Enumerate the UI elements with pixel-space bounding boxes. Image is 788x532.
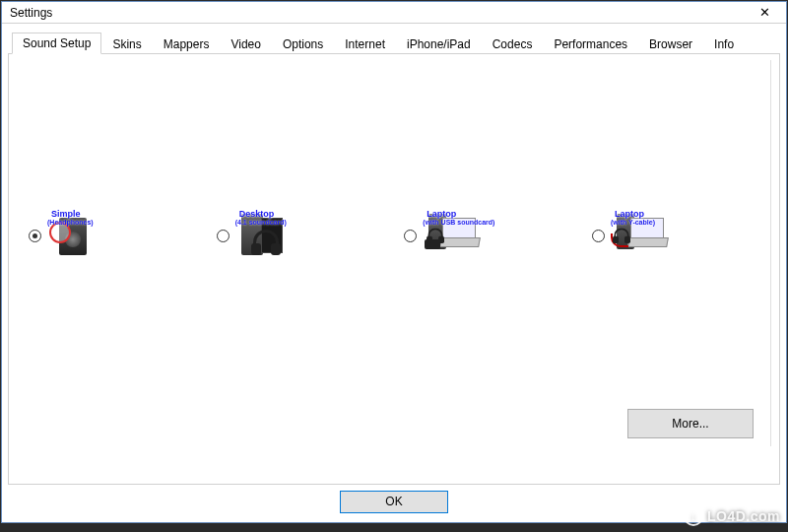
settings-window: Settings ✕ Sound Setup Skins Mappers Vid…	[1, 1, 787, 523]
tab-mappers[interactable]: Mappers	[153, 33, 221, 54]
window-title: Settings	[10, 6, 52, 20]
option-title: Simple	[51, 210, 81, 219]
tab-label: Video	[230, 37, 260, 51]
tab-browser[interactable]: Browser	[638, 33, 703, 54]
tab-skins[interactable]: Skins	[101, 33, 152, 54]
tab-label: Mappers	[164, 37, 210, 51]
option-subtitle: (with USB soundcard)	[423, 219, 494, 226]
tab-label: Skins	[112, 37, 141, 51]
tab-performances[interactable]: Performances	[543, 33, 638, 54]
tab-label: iPhone/iPad	[407, 37, 471, 51]
illustration-laptop-y: Laptop (with Y-cable)	[609, 212, 678, 259]
ok-button[interactable]: OK	[340, 491, 448, 513]
tab-label: Performances	[554, 37, 627, 51]
more-button[interactable]: More...	[627, 409, 754, 438]
tab-sound-setup[interactable]: Sound Setup	[12, 33, 101, 54]
illustration-desktop: Desktop (4.1 soundcard)	[233, 212, 302, 259]
laptop-base-icon	[439, 237, 481, 247]
option-title: Laptop	[427, 210, 456, 219]
headset-icon	[253, 230, 279, 251]
tab-label: Codecs	[492, 37, 533, 51]
option-desktop[interactable]: Desktop (4.1 soundcard)	[217, 212, 374, 259]
tab-info[interactable]: Info	[703, 33, 745, 54]
tab-label: Internet	[345, 37, 385, 51]
radio-desktop[interactable]	[217, 230, 230, 242]
tab-label: Info	[714, 37, 734, 51]
illustration-simple: Simple (Headphones)	[45, 212, 114, 259]
ok-button-label: OK	[385, 495, 402, 508]
option-laptop-y[interactable]: Laptop (with Y-cable)	[592, 212, 750, 259]
tab-internet[interactable]: Internet	[334, 33, 396, 54]
sound-setup-options: Simple (Headphones) Desktop (4.1 soundca…	[29, 212, 750, 259]
tab-options[interactable]: Options	[272, 33, 334, 54]
radio-simple[interactable]	[29, 230, 41, 242]
headset-icon	[614, 228, 629, 240]
illustration-laptop-usb: Laptop (with USB soundcard)	[421, 212, 490, 259]
more-button-label: More...	[672, 417, 708, 431]
headset-icon	[428, 228, 444, 240]
tab-label: Sound Setup	[23, 36, 91, 50]
tab-label: Options	[283, 37, 323, 51]
panel-edge	[767, 60, 771, 446]
tab-panel: Simple (Headphones) Desktop (4.1 soundca…	[8, 53, 780, 485]
option-title: Desktop	[239, 210, 275, 219]
option-title: Laptop	[615, 210, 644, 219]
close-button[interactable]: ✕	[747, 4, 782, 22]
tab-strip: Sound Setup Skins Mappers Video Options …	[6, 32, 782, 53]
content-area: Sound Setup Skins Mappers Video Options …	[2, 24, 786, 522]
option-laptop-usb[interactable]: Laptop (with USB soundcard)	[404, 212, 561, 259]
tab-iphone-ipad[interactable]: iPhone/iPad	[396, 33, 482, 54]
dialog-footer: OK	[6, 485, 782, 518]
tab-video[interactable]: Video	[220, 33, 271, 54]
tab-codecs[interactable]: Codecs	[482, 33, 544, 54]
radio-laptop-usb[interactable]	[404, 230, 417, 242]
option-subtitle: (Headphones)	[47, 219, 94, 226]
close-icon: ✕	[759, 5, 770, 20]
laptop-base-icon	[627, 237, 669, 247]
titlebar: Settings ✕	[2, 2, 786, 24]
tab-label: Browser	[649, 37, 692, 51]
option-simple[interactable]: Simple (Headphones)	[29, 212, 186, 259]
radio-laptop-y[interactable]	[592, 230, 605, 242]
option-subtitle: (4.1 soundcard)	[235, 219, 287, 226]
option-subtitle: (with Y-cable)	[611, 219, 655, 226]
